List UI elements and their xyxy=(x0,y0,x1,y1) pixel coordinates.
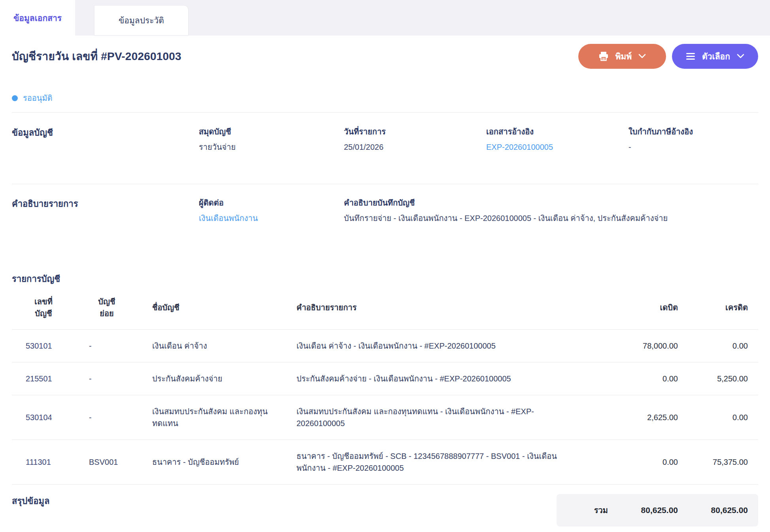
cell-account-no: 215501 xyxy=(12,373,75,385)
total-label: รวม xyxy=(557,504,608,517)
table-row: 530101 - เงินเดือน ค่าจ้าง เงินเดือน ค่า… xyxy=(12,330,758,362)
chevron-down-icon xyxy=(638,54,646,58)
column-header-credit: เครดิต xyxy=(678,302,758,313)
description-section-title: คำอธิบายรายการ xyxy=(12,197,199,224)
menu-lines-icon xyxy=(686,53,695,60)
status-label: รออนุมัติ xyxy=(23,92,53,104)
tab-document-info-label: ข้อมูลเอกสาร xyxy=(13,11,62,25)
column-header-debit: เดบิต xyxy=(577,302,678,313)
cell-debit: 0.00 xyxy=(577,373,678,385)
table-row: 530104 - เงินสมทบประกันสังคม และกองทุนทด… xyxy=(12,395,758,440)
cell-account-no: 530104 xyxy=(12,411,75,423)
field-journal-note: คำอธิบายบันทึกบัญชี บันทึกรายจ่าย - เงิน… xyxy=(344,197,758,224)
cell-credit: 0.00 xyxy=(678,411,758,423)
page-title: บัญชีรายวัน เลขที่ #PV-202601003 xyxy=(12,47,181,65)
cell-sub-account: - xyxy=(75,340,138,352)
totals-box: รวม 80,625.00 80,625.00 xyxy=(557,494,758,526)
field-tax-invoice-ref-label: ใบกำกับภาษีอ้างอิง xyxy=(628,126,758,138)
cell-sub-account: BSV001 xyxy=(75,456,138,468)
cell-debit: 2,625.00 xyxy=(577,411,678,423)
field-transaction-date-value: 25/01/2026 xyxy=(344,141,486,153)
contact-link[interactable]: เงินเดือนพนักงาน xyxy=(199,212,344,224)
tab-document-info[interactable]: ข้อมูลเอกสาร xyxy=(0,0,75,36)
cell-account-name: ธนาคาร - บัญชีออมทรัพย์ xyxy=(138,456,283,468)
field-account-book: สมุดบัญชี รายวันจ่าย xyxy=(199,126,344,153)
reference-document-link[interactable]: EXP-20260100005 xyxy=(486,141,628,153)
account-info-title: ข้อมูลบัญชี xyxy=(12,126,199,153)
printer-icon xyxy=(598,51,609,61)
summary-section: สรุปข้อมูล รวม 80,625.00 80,625.00 xyxy=(12,494,758,526)
field-contact: ผู้ติดต่อ เงินเดือนพนักงาน xyxy=(199,197,344,224)
column-header-description: คำอธิบายรายการ xyxy=(283,302,577,313)
field-contact-label: ผู้ติดต่อ xyxy=(199,197,344,209)
table-row: 111301 BSV001 ธนาคาร - บัญชีออมทรัพย์ ธน… xyxy=(12,440,758,485)
field-transaction-date: วันที่รายการ 25/01/2026 xyxy=(344,126,486,153)
cell-account-no: 530101 xyxy=(12,340,75,352)
field-account-book-label: สมุดบัญชี xyxy=(199,126,344,138)
cell-description: ธนาคาร - บัญชีออมทรัพย์ - SCB - 12345678… xyxy=(283,450,577,474)
cell-credit: 5,250.00 xyxy=(678,373,758,385)
account-info-section: ข้อมูลบัญชี สมุดบัญชี รายวันจ่าย วันที่ร… xyxy=(12,113,758,184)
field-account-book-value: รายวันจ่าย xyxy=(199,141,344,153)
field-journal-note-label: คำอธิบายบันทึกบัญชี xyxy=(344,197,758,209)
tab-bar: ข้อมูลเอกสาร ข้อมูลประวัติ xyxy=(0,0,770,36)
options-button-label: ตัวเลือก xyxy=(702,50,730,63)
field-reference-document: เอกสารอ้างอิง EXP-20260100005 xyxy=(486,126,628,153)
entries-section-title: รายการบัญชี xyxy=(12,272,758,286)
field-tax-invoice-ref: ใบกำกับภาษีอ้างอิง - xyxy=(628,126,758,153)
cell-account-name: เงินเดือน ค่าจ้าง xyxy=(138,340,283,352)
cell-description: เงินเดือน ค่าจ้าง - เงินเดือนพนักงาน - #… xyxy=(283,340,577,352)
cell-debit: 78,000.00 xyxy=(577,340,678,352)
table-row: 215501 - ประกันสังคมค้างจ่าย ประกันสังคม… xyxy=(12,362,758,395)
cell-description: ประกันสังคมค้างจ่าย - เงินเดือนพนักงาน -… xyxy=(283,373,577,385)
cell-sub-account: - xyxy=(75,373,138,385)
cell-sub-account: - xyxy=(75,411,138,423)
document-page: บัญชีรายวัน เลขที่ #PV-202601003 พิมพ์ xyxy=(0,43,770,526)
options-button[interactable]: ตัวเลือก xyxy=(672,44,758,69)
tab-history-info-label: ข้อมูลประวัติ xyxy=(119,14,164,27)
field-transaction-date-label: วันที่รายการ xyxy=(344,126,486,138)
cell-description: เงินสมทบประกันสังคม และกองทุนทดแทน - เงิ… xyxy=(283,406,577,429)
status-dot-icon xyxy=(12,95,18,101)
field-tax-invoice-ref-value: - xyxy=(628,141,758,153)
header-actions: พิมพ์ ตัวเลือก xyxy=(578,44,758,69)
page-header: บัญชีรายวัน เลขที่ #PV-202601003 พิมพ์ xyxy=(12,43,758,69)
total-debit: 80,625.00 xyxy=(608,506,678,515)
description-section: คำอธิบายรายการ ผู้ติดต่อ เงินเดือนพนักงา… xyxy=(12,184,758,272)
cell-credit: 75,375.00 xyxy=(678,456,758,468)
cell-account-no: 111301 xyxy=(12,456,75,468)
status-badge: รออนุมัติ xyxy=(12,92,758,104)
field-reference-document-label: เอกสารอ้างอิง xyxy=(486,126,628,138)
column-header-sub-account: บัญชี ย่อย xyxy=(75,296,138,319)
tab-history-info[interactable]: ข้อมูลประวัติ xyxy=(94,5,189,36)
entries-table-header: เลขที่ บัญชี บัญชี ย่อย ชื่อบัญชี คำอธิบ… xyxy=(12,289,758,330)
print-button[interactable]: พิมพ์ xyxy=(578,44,666,69)
summary-section-title: สรุปข้อมูล xyxy=(12,494,49,508)
cell-account-name: ประกันสังคมค้างจ่าย xyxy=(138,373,283,385)
chevron-down-icon xyxy=(737,54,744,58)
cell-credit: 0.00 xyxy=(678,340,758,352)
field-journal-note-value: บันทึกรายจ่าย - เงินเดือนพนักงาน - EXP-2… xyxy=(344,212,758,224)
column-header-account-name: ชื่อบัญชี xyxy=(138,302,283,313)
cell-account-name: เงินสมทบประกันสังคม และกองทุนทดแทน xyxy=(138,406,283,429)
total-credit: 80,625.00 xyxy=(678,506,758,515)
cell-debit: 0.00 xyxy=(577,456,678,468)
column-header-account-no: เลขที่ บัญชี xyxy=(12,296,75,319)
print-button-label: พิมพ์ xyxy=(615,50,632,63)
